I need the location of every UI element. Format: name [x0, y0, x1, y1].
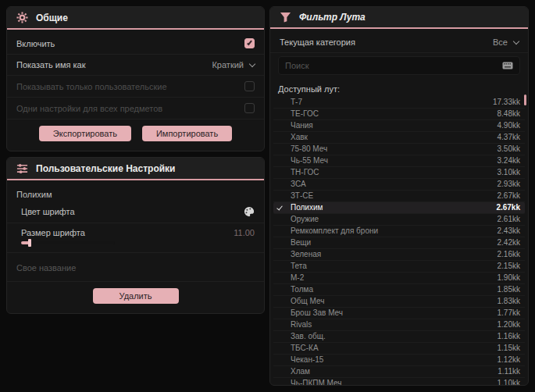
font-size-label: Размер шрифта [21, 228, 85, 237]
loot-row[interactable]: Хлам 1.11kk [273, 366, 525, 378]
delete-button[interactable]: Удалить [93, 288, 179, 304]
custom-settings-panel: Пользовательские Настройки Полихим Цвет … [6, 157, 265, 314]
loot-item-name: Брош Зав Меч [291, 309, 343, 317]
display-name-row: Показать имя как Краткий [7, 55, 264, 76]
general-panel-title: Общие [36, 12, 68, 23]
loot-row[interactable]: Хавк 4.37kk [273, 132, 525, 144]
enable-checkbox[interactable] [244, 38, 255, 48]
selected-item-name: Полихим [7, 184, 264, 201]
loot-filter-body: Текущая категория Все [270, 29, 528, 386]
loot-item-value: 17.33kk [493, 98, 520, 106]
loot-row[interactable]: ТЕ-ГОС 8.48kk [273, 109, 525, 120]
chevron-down-icon [513, 37, 519, 44]
check-icon [276, 205, 283, 211]
loot-item-name: Зеленая [291, 251, 321, 258]
loot-item-value: 1.83kk [498, 298, 520, 305]
loot-item-name: Чания [291, 122, 313, 130]
general-panel-body: Включить Показать имя как Краткий Показы… [7, 30, 264, 151]
display-name-label: Показать имя как [16, 60, 86, 69]
loot-item-value: 1.77kk [498, 309, 520, 317]
loot-row[interactable]: Чания 4.90kk [273, 120, 525, 132]
font-size-slider-thumb[interactable] [28, 239, 31, 247]
loot-row[interactable]: Тета 2.15kk [273, 261, 525, 273]
loot-item-name: ТЕ-ГОС [291, 110, 319, 118]
loot-row[interactable]: Брош Зав Меч 1.77kk [273, 308, 525, 319]
palette-icon[interactable] [244, 206, 255, 217]
display-name-select[interactable]: Краткий [212, 60, 255, 69]
general-panel-header: Общие [7, 7, 264, 30]
export-button[interactable]: Экспортировать [39, 126, 131, 141]
loot-row[interactable]: Общ Меч 1.83kk [273, 296, 525, 308]
general-panel: Общие Включить Показать имя как Краткий … [6, 6, 265, 151]
loot-row[interactable]: Оружие 2.61kk [273, 214, 525, 226]
loot-item-name: Полихим [291, 204, 323, 212]
loot-row[interactable]: 75-80 Меч 3.50kk [273, 144, 525, 155]
loot-item-value: 2.67kk [498, 192, 520, 200]
loot-item-value: 1.12kk [498, 356, 520, 364]
loot-row[interactable]: Зеленая 2.16kk [273, 249, 525, 261]
loot-item-name: Ремкомплект для брони [291, 227, 378, 235]
loot-row[interactable]: Т-7 17.33kk [273, 97, 525, 109]
custom-settings-body: Полихим Цвет шрифта Размер шрифт [7, 180, 264, 313]
loot-item-value: 1.85kk [498, 286, 520, 294]
scrollbar-thumb[interactable] [524, 94, 526, 105]
category-select[interactable]: Все [493, 37, 519, 47]
loot-item-name: Rivals [291, 321, 312, 329]
loot-row[interactable]: Rivals 1.20kk [273, 319, 525, 331]
loot-item-value: 4.37kk [498, 134, 520, 141]
loot-row[interactable]: Чекан-15 1.12kk [273, 355, 525, 366]
custom-name-input[interactable] [16, 263, 255, 273]
loot-item-name: Чекан-15 [291, 356, 323, 364]
loot-row[interactable]: ЗТ-СЕ 2.67kk [273, 191, 525, 202]
loot-item-name: ТН-ГОС [291, 169, 319, 176]
import-button[interactable]: Импортировать [142, 126, 232, 141]
font-size-slider[interactable] [21, 241, 115, 244]
loot-row[interactable]: Чь-55 Меч 3.24kk [273, 155, 525, 167]
category-row: Текущая категория Все [270, 32, 528, 53]
enable-row: Включить [7, 33, 264, 55]
loot-item-name: М-2 [291, 274, 304, 282]
category-label: Текущая категория [280, 37, 355, 47]
loot-item-name: Чь-55 Меч [291, 157, 328, 165]
search-input[interactable] [285, 61, 496, 70]
font-size-value: 11.00 [234, 228, 255, 237]
category-value: Все [493, 37, 508, 47]
only-custom-label: Показывать только пользовательские [16, 82, 167, 91]
loot-item-value: 3.10kk [498, 169, 520, 176]
loot-item-name: ТБС-КА [291, 344, 319, 352]
loot-filter-header: Фильтр Лута [270, 7, 528, 29]
display-name-value: Краткий [212, 60, 244, 69]
same-settings-checkbox[interactable] [244, 103, 255, 113]
custom-name-row [7, 253, 264, 282]
loot-item-value: 2.61kk [498, 216, 520, 223]
loot-item-value: 3.24kk [498, 157, 520, 165]
loot-item-name: Общ Меч [291, 298, 324, 305]
loot-row[interactable]: Ремкомплект для брони 2.43kk [273, 226, 525, 237]
loot-row[interactable]: ТБС-КА 1.15kk [273, 343, 525, 355]
custom-settings-header: Пользовательские Настройки [7, 158, 264, 180]
custom-buttons: Удалить [7, 282, 264, 307]
loot-item-name: ЗСА [291, 180, 306, 188]
only-custom-checkbox[interactable] [244, 81, 255, 91]
keyboard-icon[interactable] [502, 62, 513, 69]
loot-item-name: Оружие [291, 216, 319, 223]
loot-row[interactable]: М-2 1.90kk [273, 273, 525, 284]
loot-row[interactable]: Полихим 2.67kk [273, 202, 525, 214]
loot-item-name: Толма [291, 286, 313, 294]
loot-row[interactable]: Толма 1.85kk [273, 284, 525, 296]
search-box [278, 56, 520, 75]
enable-label: Включить [16, 39, 55, 48]
loot-item-value: 8.48kk [498, 110, 520, 118]
font-size-row: Размер шрифта 11.00 [7, 223, 264, 253]
loot-row[interactable]: ЗСА 2.93kk [273, 179, 525, 191]
loot-row[interactable]: Чь-ПКПМ Меч 1.10kk [273, 378, 525, 386]
page: Общие Включить Показать имя как Краткий … [0, 0, 535, 392]
loot-row[interactable]: Зав. общ. 1.16kk [273, 331, 525, 343]
loot-row[interactable]: Вещи 2.42kk [273, 237, 525, 249]
loot-item-value: 1.15kk [498, 344, 520, 352]
loot-row[interactable]: ТН-ГОС 3.10kk [273, 167, 525, 179]
loot-item-name: Вещи [291, 239, 311, 247]
loot-item-name: Хавк [291, 134, 308, 141]
font-color-row: Цвет шрифта [7, 201, 264, 223]
loot-item-name: Чь-ПКПМ Меч [291, 380, 341, 386]
